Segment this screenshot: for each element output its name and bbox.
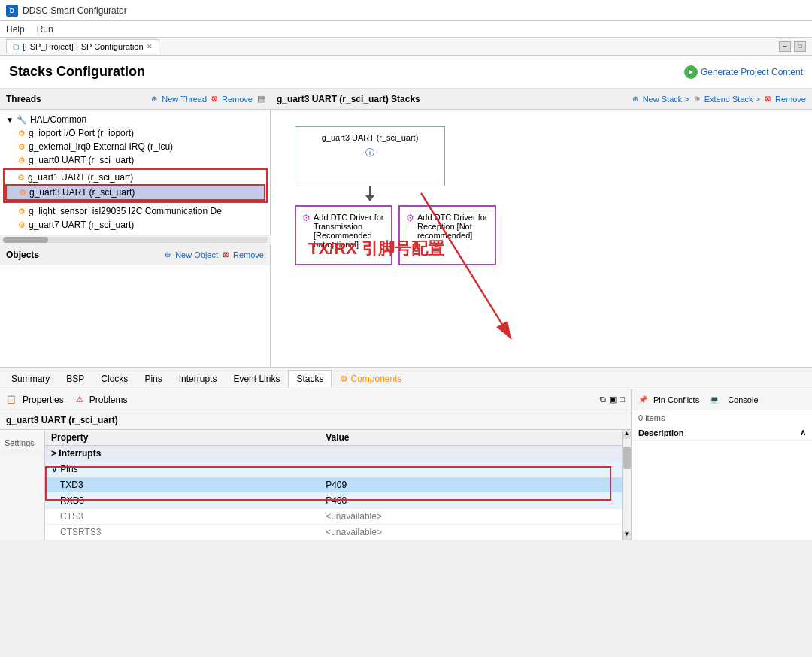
tab-interrupts[interactable]: Interrupts (171, 370, 226, 388)
dtc-reception-box[interactable]: ⚙ Add DTC Driver for Reception [Not reco… (398, 205, 496, 265)
console-label[interactable]: Console (728, 395, 758, 404)
arrow-head-icon (365, 195, 374, 201)
threads-h-scrollbar[interactable] (0, 235, 271, 244)
remove-stack-link[interactable]: Remove (775, 95, 806, 104)
txd3-property: TXD3 (45, 477, 320, 493)
threads-scroll-track (3, 237, 268, 243)
remove-obj-icon: ⊠ (223, 250, 229, 259)
tab-stacks[interactable]: Stacks (288, 370, 332, 388)
objects-title: Objects (6, 250, 159, 260)
light-sensor-label: g_light_sensor_isl29035 I2C Communicatio… (29, 206, 222, 216)
menu-run[interactable]: Run (37, 24, 53, 35)
table-row-pins[interactable]: ∨ Pins (45, 462, 622, 477)
tree-item-ioport[interactable]: ⚙ g_ioport I/O Port (r_ioport) (3, 126, 268, 140)
window-icon[interactable]: □ (620, 395, 625, 404)
window-controls: ─ □ (779, 41, 806, 52)
new-stack-icon: ⊕ (632, 95, 638, 103)
tab-components[interactable]: ⚙ Components (332, 370, 410, 388)
objects-actions: ⊕ New Object ⊠ Remove (165, 250, 264, 259)
problems-label[interactable]: Problems (89, 395, 128, 405)
scroll-down-btn[interactable]: ▼ (623, 531, 631, 540)
content-main: Threads ⊕ New Thread ⊠ Remove ▤ ▼ 🔧 HAL/… (0, 89, 812, 367)
scroll-thumb[interactable] (623, 447, 631, 469)
dtc-transmission-box[interactable]: ⚙ Add DTC Driver for Transmission [Recom… (295, 205, 392, 265)
bottom-tabs-bar: Summary BSP Clocks Pins Interrupts Event… (0, 367, 812, 389)
arrow-down (295, 195, 445, 201)
thread-separator-icon[interactable]: ▤ (257, 94, 265, 104)
rxd3-property: RXD3 (45, 493, 320, 509)
remove-stack-icon: ⊠ (765, 95, 771, 103)
table-row-interrupts[interactable]: > Interrupts (45, 446, 622, 462)
left-panels-wrap: Threads ⊕ New Thread ⊠ Remove ▤ ▼ 🔧 HAL/… (0, 89, 271, 367)
tree-item-uart0[interactable]: ⚙ g_uart0 UART (r_sci_uart) (3, 153, 268, 167)
tab-bsp[interactable]: BSP (58, 370, 92, 388)
table-row-cts3[interactable]: CTS3 <unavailable> (45, 509, 622, 525)
new-stack-link[interactable]: New Stack > (643, 95, 689, 104)
connector-down (295, 186, 445, 195)
new-object-link[interactable]: New Object (175, 250, 218, 259)
minimize-btn[interactable]: ─ (779, 41, 791, 52)
tab-close-icon[interactable]: ✕ (147, 43, 153, 50)
tab-pins[interactable]: Pins (136, 370, 170, 388)
properties-label[interactable]: Properties (23, 395, 64, 405)
header-icons: ⧉ ▣ □ (600, 395, 625, 404)
new-thread-link[interactable]: New Thread (162, 95, 207, 104)
tree-item-hal-common[interactable]: ▼ 🔧 HAL/Common (3, 113, 268, 126)
dtc-rx-label: Add DTC Driver for Reception [Not recomm… (417, 213, 489, 240)
rxd3-value[interactable]: P408 (320, 493, 622, 509)
menu-help[interactable]: Help (6, 24, 25, 35)
grid-icon[interactable]: ▣ (609, 395, 617, 404)
problems-warning-icon: ⚠ (76, 395, 83, 404)
stacks-panel: g_uart3 UART (r_sci_uart) Stacks ⊕ New S… (271, 89, 812, 367)
title-bar: D DDSC Smart Configurator (0, 0, 812, 21)
main-stack-label: g_uart3 UART (r_sci_uart) (322, 133, 419, 142)
ioport-label: g_ioport I/O Port (r_ioport) (29, 128, 134, 138)
tree-item-uart3[interactable]: ⚙ g_uart3 UART (r_sci_uart) (5, 184, 265, 201)
hal-common-label: HAL/Common (30, 114, 86, 125)
objects-panel-header: Objects ⊕ New Object ⊠ Remove (0, 244, 270, 265)
txd3-value[interactable]: P409 (320, 477, 622, 493)
collapse-icon: ▼ (6, 116, 14, 124)
settings-sidebar: Settings (0, 430, 45, 540)
property-col-header: Property (45, 430, 320, 446)
generate-project-content-button[interactable]: Generate Project Content (684, 65, 803, 79)
threads-scroll-thumb[interactable] (3, 237, 48, 243)
uart1-label: g_uart1 UART (r_sci_uart) (28, 172, 133, 183)
table-row-ctsrts3[interactable]: CTSRTS3 <unavailable> (45, 525, 622, 540)
tab-clocks[interactable]: Clocks (92, 370, 136, 388)
table-row-rxd3[interactable]: RXD3 P408 (45, 493, 622, 509)
menu-bar: Help Run (0, 21, 812, 38)
stacks-title: g_uart3 UART (r_sci_uart) Stacks (277, 94, 626, 104)
copy-icon[interactable]: ⧉ (600, 395, 606, 404)
main-tab[interactable]: ⬡ [FSP_Project] FSP Configuration ✕ (6, 39, 159, 53)
app-icon: D (6, 5, 18, 17)
table-row-txd3[interactable]: TXD3 P409 (45, 477, 622, 493)
interrupts-property: > Interrupts (45, 446, 320, 462)
pin-conflicts-label[interactable]: Pin Conflicts (653, 395, 699, 404)
remove-object-link[interactable]: Remove (233, 250, 264, 259)
highlighted-items-box: ⚙ g_uart1 UART (r_sci_uart) ⚙ g_uart3 UA… (3, 168, 268, 203)
tree-item-uart7[interactable]: ⚙ g_uart7 UART (r_sci_uart) (3, 218, 268, 232)
properties-v-scrollbar[interactable]: ▲ ▼ (622, 430, 631, 540)
extend-stack-icon: ⊕ (694, 95, 700, 103)
tree-item-uart1[interactable]: ⚙ g_uart1 UART (r_sci_uart) (5, 171, 265, 184)
tree-item-light-sensor[interactable]: ⚙ g_light_sensor_isl29035 I2C Communicat… (3, 204, 268, 218)
uart1-gear-icon: ⚙ (17, 173, 25, 183)
tab-summary[interactable]: Summary (3, 370, 58, 388)
main-header: Stacks Configuration Generate Project Co… (0, 56, 812, 89)
stack-info-icon: ⓘ (301, 147, 438, 159)
light-sensor-gear-icon: ⚙ (18, 207, 26, 216)
tree-item-external-irq[interactable]: ⚙ g_external_irq0 External IRQ (r_icu) (3, 140, 268, 153)
scroll-up-btn[interactable]: ▲ (623, 430, 631, 439)
cts3-value: <unavailable> (320, 509, 622, 525)
settings-label[interactable]: Settings (0, 433, 44, 453)
tab-event-links[interactable]: Event Links (225, 370, 288, 388)
main-stack-box[interactable]: g_uart3 UART (r_sci_uart) ⓘ (295, 126, 445, 201)
uart3-label: g_uart3 UART (r_sci_uart) (29, 187, 135, 198)
extend-stack-link[interactable]: Extend Stack > (704, 95, 760, 104)
remove-thread-link[interactable]: Remove (222, 95, 253, 104)
description-label: Description (638, 428, 684, 437)
sort-icon[interactable]: ∧ (800, 428, 806, 437)
maximize-btn[interactable]: □ (794, 41, 806, 52)
tab-icon: ⬡ (13, 43, 20, 51)
